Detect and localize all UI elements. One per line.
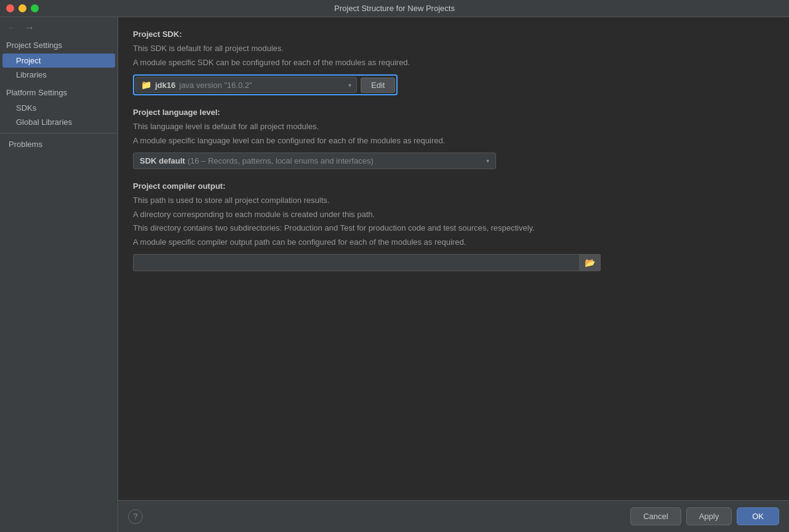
language-level-dropdown[interactable]: SDK default (16 – Records, patterns, loc…: [133, 153, 496, 169]
folder-browse-icon: 📂: [585, 258, 595, 268]
sidebar-nav: ← →: [0, 17, 118, 38]
compiler-desc1: This path is used to store all project c…: [133, 194, 774, 207]
compiler-output-row: 📂: [133, 254, 601, 271]
sidebar-divider: [0, 133, 118, 133]
maximize-button[interactable]: [31, 4, 39, 12]
bottom-bar: ? Cancel Apply OK: [118, 500, 789, 532]
language-desc2: A module specific language level can be …: [133, 135, 774, 147]
sdk-section: Project SDK: This SDK is default for all…: [133, 30, 774, 95]
compiler-desc2: A directory corresponding to each module…: [133, 208, 774, 221]
ok-button[interactable]: OK: [737, 507, 779, 525]
sdk-dropdown-inner: 📁 jdk16 java version "16.0.2": [141, 80, 252, 90]
language-dropdown-arrow: ▾: [486, 157, 489, 164]
sidebar-item-global-libraries[interactable]: Global Libraries: [2, 115, 115, 129]
sdk-desc1: This SDK is default for all project modu…: [133, 42, 774, 55]
sdk-name: jdk16: [155, 81, 175, 90]
edit-sdk-button[interactable]: Edit: [361, 77, 395, 93]
window-title: Project Structure for New Projects: [334, 4, 455, 13]
lang-default-label: SDK default: [140, 156, 185, 165]
help-button[interactable]: ?: [128, 509, 143, 524]
title-bar: Project Structure for New Projects: [0, 0, 789, 17]
project-settings-label: Project Settings: [0, 38, 118, 54]
language-section: Project language level: This language le…: [133, 108, 774, 169]
compiler-section: Project compiler output: This path is us…: [133, 181, 774, 271]
apply-button[interactable]: Apply: [686, 507, 732, 525]
compiler-output-browse-button[interactable]: 📂: [580, 254, 601, 271]
content-area: Project SDK: This SDK is default for all…: [118, 17, 789, 532]
sidebar-item-project[interactable]: Project: [2, 54, 115, 68]
sidebar-item-sdks[interactable]: SDKs: [2, 101, 115, 115]
sidebar-item-problems[interactable]: Problems: [2, 137, 115, 151]
folder-icon: 📁: [141, 80, 151, 90]
sdk-row: 📁 jdk16 java version "16.0.2" ▾ Edit: [133, 74, 398, 95]
minimize-button[interactable]: [18, 4, 26, 12]
sdk-desc2: A module specific SDK can be configured …: [133, 57, 774, 69]
compiler-desc3: This directory contains two subdirectori…: [133, 222, 774, 234]
lang-detail: (16 – Records, patterns, local enums and…: [188, 156, 374, 165]
sidebar: ← → Project Settings Project Libraries P…: [0, 17, 118, 532]
language-title: Project language level:: [133, 108, 774, 117]
language-desc1: This language level is default for all p…: [133, 121, 774, 133]
traffic-lights: [6, 4, 39, 12]
content-scroll: Project SDK: This SDK is default for all…: [118, 17, 789, 500]
compiler-title: Project compiler output:: [133, 181, 774, 191]
platform-settings-label: Platform Settings: [0, 82, 118, 101]
back-button[interactable]: ←: [5, 21, 20, 34]
forward-button[interactable]: →: [22, 21, 37, 34]
sdk-dropdown[interactable]: 📁 jdk16 java version "16.0.2" ▾: [135, 77, 357, 93]
lang-level-inner: SDK default (16 – Records, patterns, loc…: [140, 156, 374, 165]
compiler-desc4: A module specific compiler output path c…: [133, 236, 774, 248]
cancel-button[interactable]: Cancel: [630, 507, 681, 525]
main-layout: ← → Project Settings Project Libraries P…: [0, 17, 789, 532]
bottom-actions: Cancel Apply OK: [630, 507, 779, 525]
sidebar-item-libraries[interactable]: Libraries: [2, 68, 115, 82]
sdk-version: java version "16.0.2": [179, 81, 252, 90]
close-button[interactable]: [6, 4, 14, 12]
sdk-title: Project SDK:: [133, 30, 774, 39]
sdk-dropdown-arrow: ▾: [348, 82, 351, 89]
compiler-output-input[interactable]: [133, 254, 580, 271]
